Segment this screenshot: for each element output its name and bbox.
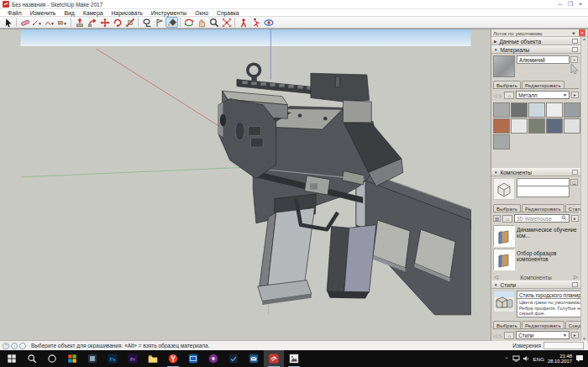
- store-icon[interactable]: [62, 350, 82, 367]
- view-options-icon[interactable]: ▤: [493, 215, 501, 222]
- position-camera-tool[interactable]: [237, 17, 249, 28]
- section-styles[interactable]: ▼ Стили: [491, 280, 580, 289]
- swatch-aluminum-white[interactable]: [511, 118, 528, 134]
- home-icon[interactable]: ⌂: [504, 332, 514, 339]
- rotate-tool[interactable]: [111, 17, 123, 28]
- app-mail-icon[interactable]: [244, 350, 264, 367]
- walk-tool[interactable]: [249, 17, 262, 28]
- section-options-icon[interactable]: [572, 282, 578, 287]
- material-name-field[interactable]: Алюминий: [517, 55, 570, 64]
- search-button[interactable]: [22, 350, 42, 367]
- tool-dropdown-caret[interactable]: ▼: [38, 21, 42, 26]
- start-button[interactable]: [2, 350, 22, 367]
- swatch-diamond-plate[interactable]: [511, 102, 528, 118]
- swatch-steel-gray[interactable]: [493, 134, 510, 149]
- section-materials[interactable]: ▼ Материалы: [491, 45, 580, 54]
- styles-tab[interactable]: Соединить: [565, 321, 580, 328]
- paint-bucket-tool[interactable]: [165, 17, 178, 28]
- tool-dropdown-caret[interactable]: ▼: [50, 21, 55, 26]
- warehouse-search-input[interactable]: 3D Warehouse: [514, 214, 570, 223]
- look-around-tool[interactable]: [262, 17, 275, 28]
- home-icon[interactable]: ⌂: [502, 215, 512, 223]
- move-tool[interactable]: [98, 17, 111, 28]
- orbit-tool[interactable]: [182, 17, 195, 28]
- volume-icon[interactable]: [523, 355, 530, 363]
- menu-item[interactable]: Инструменты: [147, 9, 191, 17]
- tray-scrollbar[interactable]: ▲ ▼: [580, 37, 587, 341]
- section-options-icon[interactable]: [572, 47, 578, 52]
- component-sampler[interactable]: Отбор образцов компонентов: [493, 249, 579, 270]
- geo-icon[interactable]: ◦: [19, 343, 26, 349]
- section-options-icon[interactable]: [572, 170, 578, 175]
- notification-icon[interactable]: [575, 354, 584, 364]
- app-blue-icon[interactable]: [183, 350, 203, 367]
- details-icon[interactable]: ▸: [571, 215, 579, 222]
- text-tool[interactable]: [153, 17, 165, 28]
- yandex-icon[interactable]: [163, 350, 183, 367]
- tray-header[interactable]: Лоток по умолчанию ×: [491, 29, 587, 37]
- material-collection-dropdown[interactable]: Металл ▼: [516, 91, 570, 99]
- components-tab[interactable]: Статистика: [565, 204, 580, 212]
- section-components[interactable]: ▼ Компоненты: [491, 168, 580, 176]
- explorer-icon[interactable]: [143, 350, 163, 367]
- zoom-extents-tool[interactable]: [220, 17, 233, 28]
- pin-icon[interactable]: [571, 30, 577, 36]
- clock[interactable]: 21:48 28.10.2017: [548, 354, 572, 364]
- photos-icon[interactable]: [284, 350, 304, 367]
- info-icon[interactable]: i: [11, 343, 18, 349]
- tray-close-icon[interactable]: ×: [579, 29, 585, 36]
- measurements-input[interactable]: [543, 342, 584, 349]
- photoshop-icon[interactable]: Ps: [102, 350, 123, 367]
- rectangle-tool[interactable]: ▼: [56, 17, 69, 28]
- language-indicator[interactable]: ENG: [533, 356, 544, 362]
- help-icon[interactable]: ?: [3, 343, 9, 349]
- push-pull-tool[interactable]: [73, 17, 86, 28]
- maximize-button[interactable]: ❐: [565, 0, 575, 8]
- swatch-woven-blue[interactable]: [546, 118, 563, 134]
- cortana-button[interactable]: [42, 350, 62, 367]
- app-check-icon[interactable]: [223, 350, 244, 367]
- minimize-button[interactable]: –: [555, 0, 565, 8]
- details-icon[interactable]: ▸: [571, 92, 579, 98]
- menu-item[interactable]: Изменить: [26, 9, 60, 17]
- close-button[interactable]: ×: [575, 0, 585, 8]
- material-preview[interactable]: [493, 55, 515, 77]
- tray-expand-icon[interactable]: ⌃: [505, 356, 509, 362]
- pan-tool[interactable]: [195, 17, 207, 28]
- tape-measure-tool[interactable]: [140, 17, 153, 28]
- app-dark-icon[interactable]: [82, 350, 102, 367]
- swatch-metal-grate[interactable]: [546, 102, 563, 118]
- arc-tool[interactable]: ▼: [44, 17, 56, 28]
- menu-item[interactable]: Окно: [191, 9, 213, 17]
- network-icon[interactable]: [512, 355, 520, 363]
- scroll-up-icon[interactable]: ▲: [582, 37, 585, 41]
- component-dynamic-training[interactable]: Динамическое обучение ком...: [493, 225, 579, 246]
- section-options-icon[interactable]: [572, 39, 578, 44]
- style-collection-dropdown[interactable]: Стили ▼: [516, 331, 570, 339]
- components-tab[interactable]: Редактировать: [522, 204, 564, 212]
- scale-tool[interactable]: [123, 17, 136, 28]
- styles-tab[interactable]: Выбрать: [493, 321, 521, 328]
- forward-icon[interactable]: ▷: [499, 333, 503, 338]
- eraser-tool[interactable]: [18, 17, 31, 28]
- home-icon[interactable]: ⌂: [504, 92, 514, 99]
- follow-me-tool[interactable]: [86, 17, 98, 28]
- materials-tab[interactable]: Выбрать: [493, 81, 521, 88]
- 3d-viewport[interactable]: [0, 29, 491, 341]
- components-tab[interactable]: Выбрать: [493, 204, 521, 212]
- menu-item[interactable]: Справка: [213, 9, 244, 17]
- swatch-metal-gray[interactable]: [493, 102, 510, 118]
- swatch-corrugated-blue[interactable]: [528, 102, 545, 118]
- scroll-down-icon[interactable]: ▼: [582, 337, 585, 341]
- details-icon[interactable]: ▸: [571, 332, 579, 338]
- swatch-mesh-gray[interactable]: [564, 102, 580, 118]
- line-tool[interactable]: ▼: [31, 17, 44, 28]
- menu-item[interactable]: Файл: [3, 9, 26, 17]
- viewport-canvas[interactable]: [0, 29, 491, 341]
- swatch-olive-metal[interactable]: [528, 118, 545, 134]
- select-tool[interactable]: [2, 17, 14, 28]
- premiere-icon[interactable]: Pr: [123, 350, 143, 367]
- back-icon[interactable]: ◁: [493, 92, 497, 98]
- tool-dropdown-caret[interactable]: ▼: [63, 21, 67, 26]
- menu-item[interactable]: Камера: [79, 9, 108, 17]
